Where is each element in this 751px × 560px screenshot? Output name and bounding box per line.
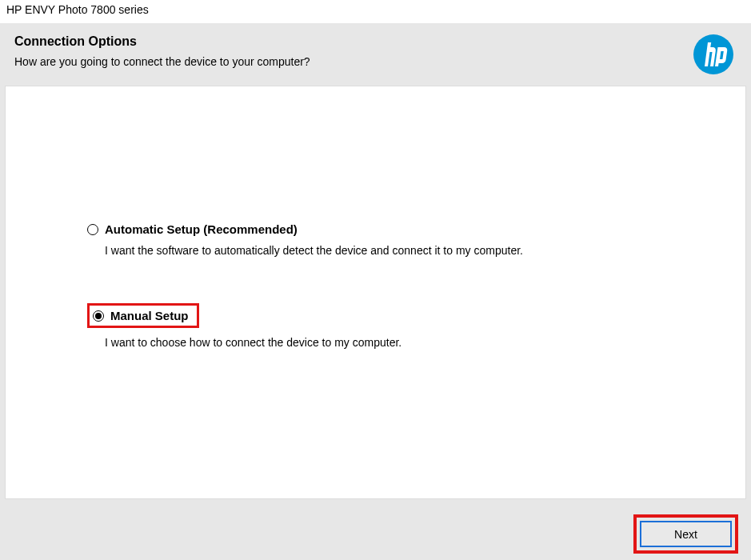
window-title: HP ENVY Photo 7800 series [0,0,751,23]
content-panel: Automatic Setup (Recommended) I want the… [5,86,746,499]
next-button[interactable]: Next [640,521,732,547]
page-title: Connection Options [14,34,737,49]
content-outer: Automatic Setup (Recommended) I want the… [0,86,751,560]
hp-logo-icon [693,34,733,74]
highlight-next: Next [633,514,738,554]
option-manual: Manual Setup I want to choose how to con… [87,303,745,349]
footer: Next [0,504,751,560]
option-automatic-description: I want the software to automatically det… [105,244,745,257]
header: Connection Options How are you going to … [0,23,751,86]
radio-automatic[interactable] [87,224,98,235]
option-manual-label: Manual Setup [110,309,189,322]
highlight-manual: Manual Setup [87,303,199,328]
page-subtitle: How are you going to connect the device … [14,55,737,68]
radio-manual[interactable] [93,310,104,322]
option-manual-description: I want to choose how to connect the devi… [105,336,745,349]
option-automatic-label: Automatic Setup (Recommended) [105,222,298,236]
option-automatic: Automatic Setup (Recommended) I want the… [87,222,745,257]
